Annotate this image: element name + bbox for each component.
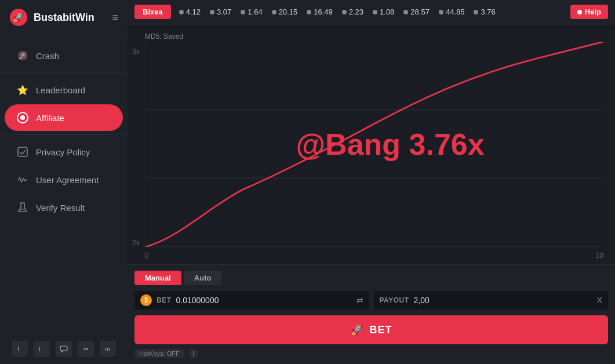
multiplier-item: 2.23 [339, 6, 367, 17]
multiplier-dot [241, 10, 245, 14]
multiplier-value: 3.07 [217, 8, 231, 16]
svg-rect-10 [60, 346, 67, 351]
multiplier-item: 20.15 [268, 6, 301, 17]
sidebar-nav: 🚀 Crash ⭐ Leaderboard Affiliate [0, 35, 128, 326]
multiplier-value: 20.15 [279, 8, 298, 16]
sidebar: 🚀 BustabitWin ≡ 🚀 Crash ⭐ Leaderboard [0, 0, 128, 364]
bet-arrows-icon[interactable]: ⇄ [356, 296, 363, 305]
bet-row: ₿ BET ⇄ PAYOUT X [134, 291, 608, 310]
sidebar-item-privacy-label: Privacy Policy [36, 147, 90, 157]
tab-manual[interactable]: Manual [134, 271, 181, 285]
y-label-2x: 2x [132, 239, 140, 247]
affiliate-icon [16, 111, 29, 124]
multiplier-dot [373, 10, 377, 14]
chart-area: MD5: Saved 3x 2x 0 10 @Bang 3.76x [128, 24, 615, 264]
app-title: BustabitWin [34, 12, 94, 24]
x-label-10: 10 [596, 252, 603, 260]
controls: Manual Auto ₿ BET ⇄ PAYOUT X 🚀 BET HotKe… [128, 264, 615, 364]
svg-text:m: m [105, 345, 110, 352]
help-button[interactable]: Help [570, 5, 608, 19]
sidebar-header: 🚀 BustabitWin ≡ [0, 0, 128, 35]
bitcoin-coin: ₿ [140, 294, 152, 306]
logo-icon: 🚀 [9, 8, 28, 27]
tabs-row: Manual Auto [134, 271, 608, 285]
sidebar-item-leaderboard[interactable]: ⭐ Leaderboard [5, 77, 123, 103]
rocket-bet-icon: 🚀 [351, 323, 364, 336]
multiplier-item: 28.57 [400, 6, 433, 17]
multiplier-dot [403, 10, 408, 14]
md5-label: MD5: Saved [145, 32, 183, 41]
sidebar-item-leaderboard-label: Leaderboard [36, 85, 85, 95]
payout-wrap: PAYOUT X [374, 291, 609, 310]
svg-text:f: f [17, 345, 20, 352]
bet-main-button[interactable]: 🚀 BET [134, 315, 608, 344]
help-dot [577, 10, 582, 14]
tab-auto[interactable]: Auto [184, 271, 222, 285]
bet-button-label: BET [370, 324, 392, 336]
sidebar-item-affiliate[interactable]: Affiliate [5, 104, 123, 131]
svg-point-11 [84, 348, 86, 350]
payout-input[interactable] [414, 296, 592, 305]
multiplier-item: 3.76 [470, 6, 498, 17]
svg-point-5 [20, 115, 25, 120]
multiplier-item: 3.07 [206, 6, 235, 17]
bixea-button[interactable]: Bixea [134, 5, 171, 19]
chart-y-labels: 3x 2x [132, 48, 140, 247]
bet-input-wrap: ₿ BET ⇄ [134, 291, 369, 310]
bet-label: BET [157, 296, 172, 304]
sidebar-item-verify-label: Verify Result [36, 203, 85, 213]
twitter-icon[interactable]: t [34, 341, 50, 357]
top-bar: Bixea 4.12 3.07 1.64 20.15 16.49 [128, 0, 615, 24]
multiplier-item: 4.12 [176, 6, 204, 17]
multiplier-dot [342, 10, 347, 14]
multiplier-value: 4.12 [186, 8, 201, 16]
sidebar-item-useragreement-label: User Agreement [36, 175, 99, 185]
multiplier-dot [210, 10, 214, 14]
help-label: Help [585, 8, 601, 16]
bang-text: @Bang 3.76x [296, 127, 484, 162]
multiplier-value: 2.23 [349, 8, 363, 16]
multiplier-item: 1.08 [369, 6, 398, 17]
multiplier-value: 1.08 [380, 8, 394, 16]
payout-x-button[interactable]: X [597, 296, 602, 305]
svg-text:🚀: 🚀 [19, 52, 27, 60]
sidebar-item-verify[interactable]: Verify Result [5, 194, 123, 221]
star-icon: ⭐ [16, 83, 29, 96]
sidebar-item-privacy[interactable]: Privacy Policy [5, 139, 123, 165]
sidebar-item-affiliate-label: Affiliate [36, 113, 64, 123]
chat-icon[interactable] [56, 341, 72, 357]
divider-1 [0, 72, 128, 73]
multiplier-value: 44.85 [446, 8, 465, 16]
multiplier-bar: 4.12 3.07 1.64 20.15 16.49 2.23 [176, 6, 566, 17]
svg-rect-6 [18, 147, 27, 156]
multiplier-item: 16.49 [303, 6, 336, 17]
sidebar-item-crash[interactable]: 🚀 Crash [5, 42, 123, 69]
check-icon [16, 145, 29, 158]
flask-icon [16, 201, 29, 214]
multiplier-value: 1.64 [248, 8, 262, 16]
multiplier-dot [439, 10, 443, 14]
svg-text:t: t [39, 345, 41, 352]
discord-icon[interactable] [78, 341, 94, 357]
info-icon[interactable]: i [189, 349, 198, 358]
y-label-3x: 3x [132, 48, 140, 56]
multiplier-item: 1.64 [237, 6, 265, 17]
facebook-icon[interactable]: f [12, 341, 28, 357]
multiplier-item: 44.85 [435, 6, 468, 17]
multiplier-value: 3.76 [481, 8, 495, 16]
multiplier-value: 28.57 [410, 8, 430, 16]
menu-icon[interactable]: ≡ [112, 12, 118, 24]
sidebar-item-crash-label: Crash [36, 51, 59, 61]
divider-bottom [0, 330, 128, 330]
hotkeys-row: HotKeys: OFF i [134, 349, 608, 358]
main-content: Bixea 4.12 3.07 1.64 20.15 16.49 [128, 0, 615, 364]
hotkeys-badge[interactable]: HotKeys: OFF [134, 349, 184, 358]
medium-icon[interactable]: m [100, 341, 116, 357]
chart-x-labels: 0 10 [145, 252, 603, 260]
bet-input[interactable] [176, 296, 352, 305]
x-label-0: 0 [145, 252, 149, 260]
divider-2 [0, 134, 128, 135]
sidebar-item-useragreement[interactable]: User Agreement [5, 166, 123, 193]
multiplier-dot [272, 10, 276, 14]
multiplier-dot [179, 10, 184, 14]
